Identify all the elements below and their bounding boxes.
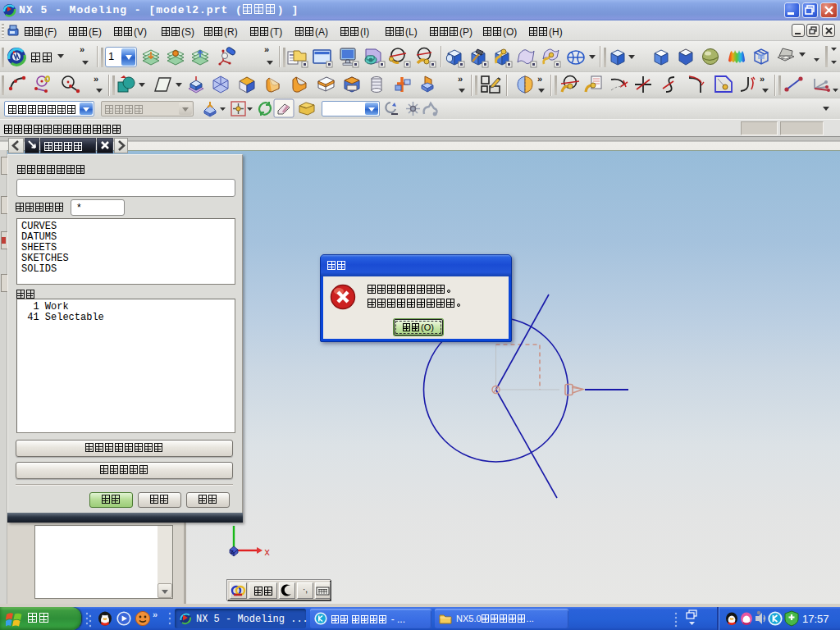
svg-text:17:57: 17:57 [802,613,829,625]
svg-text:»: » [537,74,542,84]
svg-text:x: x [264,547,270,559]
svg-text:»: » [264,44,269,54]
svg-text:z: z [231,548,234,555]
svg-text:»: » [458,74,463,84]
svg-text:»: » [153,609,158,619]
svg-text:»: » [80,44,84,54]
svg-text:»: » [760,74,765,84]
svg-text:»: » [94,74,98,84]
